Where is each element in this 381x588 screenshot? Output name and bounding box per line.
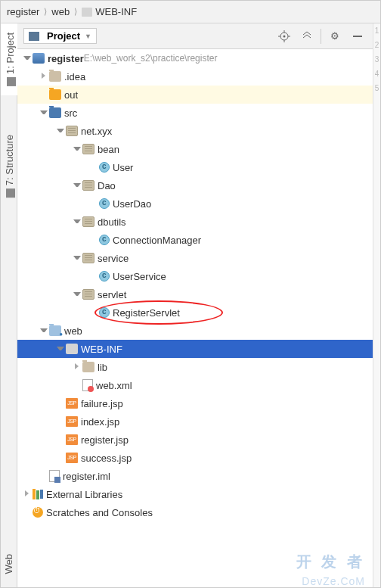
tree-label: Dao (98, 180, 116, 191)
tree-label: src (64, 107, 77, 119)
tree-row-index-jsp[interactable]: index.jsp (17, 412, 373, 431)
pkg-icon (82, 216, 94, 227)
tree-label: web (64, 325, 82, 337)
left-tab-bar: 1: Project 7: Structure Web (1, 23, 17, 587)
folder-g-icon (66, 344, 78, 354)
pkg-icon (66, 126, 78, 136)
structure-icon (6, 188, 15, 198)
project-tree[interactable]: register E:\web_work_s2\practice\registe… (17, 49, 373, 580)
tree-row-scratches-and-consoles[interactable]: Scratches and Consoles (17, 503, 373, 521)
expand-arrow-icon[interactable] (40, 327, 48, 334)
tree-row-userdao[interactable]: UserDao (17, 194, 373, 213)
tab-web[interactable]: Web (1, 545, 17, 583)
project-icon (7, 77, 16, 86)
module-icon (33, 53, 45, 64)
tree-row-net-xyx[interactable]: net.xyx (17, 122, 373, 140)
tree-row-web-xml[interactable]: web.xml (17, 376, 373, 394)
tree-label: servlet (98, 289, 126, 300)
tree-row--idea[interactable]: .idea (17, 67, 373, 86)
line-number: 2 (373, 38, 380, 52)
tree-row-src[interactable]: src (17, 104, 373, 122)
expand-arrow-icon[interactable] (73, 182, 81, 189)
project-scope-icon (29, 32, 39, 41)
expand-arrow-icon[interactable] (57, 127, 64, 135)
folder-icon (49, 71, 61, 82)
expand-arrow-icon[interactable] (73, 218, 81, 226)
tree-label: web.xml (96, 380, 132, 391)
arrow-none (90, 272, 98, 280)
tab-structure[interactable]: 7: Structure (1, 126, 17, 207)
tree-label: index.jsp (81, 416, 119, 428)
expand-arrow-icon[interactable] (73, 254, 81, 262)
arrow-none (73, 381, 81, 389)
breadcrumb[interactable]: register ⟩ web ⟩ WEB-INF (1, 1, 380, 23)
tree-label: User (113, 162, 133, 173)
expand-arrow-icon[interactable] (23, 54, 31, 62)
folder-blue-icon (49, 107, 61, 118)
expand-arrow-icon[interactable] (23, 490, 31, 498)
arrow-none (57, 418, 64, 425)
tree-label: success.jsp (81, 453, 132, 464)
tree-label: out (64, 89, 78, 101)
pkg-icon (82, 180, 94, 191)
target-icon (278, 30, 290, 42)
tree-row-register[interactable]: register E:\web_work_s2\practice\registe… (17, 49, 373, 67)
expand-arrow-icon[interactable] (73, 145, 81, 153)
tree-row-failure-jsp[interactable]: failure.jsp (17, 394, 373, 412)
tree-label: lib (98, 362, 107, 373)
tree-row-dao[interactable]: Dao (17, 176, 373, 194)
project-view-selector[interactable]: Project ▼ (23, 28, 97, 44)
arrow-none (90, 200, 98, 207)
crumb-1[interactable]: web (51, 6, 70, 17)
folder-icon (82, 8, 92, 17)
class-c-icon (99, 307, 110, 318)
tab-project[interactable]: 1: Project (1, 23, 19, 95)
arrow-none (40, 91, 48, 98)
class-c-icon (99, 162, 110, 173)
settings-button[interactable]: ⚙ (326, 27, 344, 45)
crumb-0[interactable]: register (7, 6, 39, 17)
tree-label: failure.jsp (81, 398, 123, 409)
tree-row-web[interactable]: web (17, 322, 373, 340)
tree-row-web-inf[interactable]: WEB-INF (17, 340, 373, 358)
expand-arrow-icon[interactable] (40, 73, 48, 80)
tree-row-dbutils[interactable]: dbutils (17, 213, 373, 231)
class-c-icon (99, 198, 110, 209)
line-number: 1 (373, 23, 380, 38)
tree-row-service[interactable]: service (17, 249, 373, 267)
line-number: 5 (373, 81, 380, 95)
tree-row-userservice[interactable]: UserService (17, 267, 373, 285)
tree-row-user[interactable]: User (17, 158, 373, 176)
tab-structure-label: 7: Structure (4, 135, 15, 185)
tree-row-register-iml[interactable]: register.iml (17, 467, 373, 485)
expand-arrow-icon[interactable] (40, 109, 48, 117)
expand-arrow-icon[interactable] (57, 345, 64, 353)
jsp-icon (66, 416, 78, 427)
tree-label: WEB-INF (81, 344, 122, 355)
tree-row-register-jsp[interactable]: register.jsp (17, 431, 373, 449)
project-view-label: Project (47, 30, 80, 42)
tree-row-external-libraries[interactable]: External Libraries (17, 485, 373, 503)
arrow-none (90, 163, 98, 171)
jsp-icon (66, 453, 78, 463)
tree-row-lib[interactable]: lib (17, 358, 373, 376)
locate-button[interactable] (275, 27, 293, 45)
expand-arrow-icon[interactable] (73, 363, 81, 371)
tree-row-registerservlet[interactable]: RegisterServlet (17, 303, 373, 322)
hide-button[interactable] (348, 27, 367, 45)
tree-label: service (98, 253, 129, 264)
expand-arrow-icon[interactable] (73, 291, 81, 298)
tree-label: dbutils (98, 216, 126, 228)
collapse-all-button[interactable] (298, 27, 316, 45)
tree-row-connectionmanager[interactable]: ConnectionManager (17, 231, 373, 249)
tree-row-bean[interactable]: bean (17, 140, 373, 158)
tree-label: RegisterServlet (113, 307, 180, 319)
tree-row-out[interactable]: out (17, 86, 373, 104)
tree-label: External Libraries (46, 489, 122, 500)
tree-row-servlet[interactable]: servlet (17, 285, 373, 303)
crumb-2[interactable]: WEB-INF (95, 6, 137, 17)
project-toolbar: Project ▼ ⚙ (17, 23, 373, 49)
tree-row-success-jsp[interactable]: success.jsp (17, 449, 373, 467)
line-number: 3 (373, 52, 380, 67)
class-c-icon (99, 235, 110, 245)
